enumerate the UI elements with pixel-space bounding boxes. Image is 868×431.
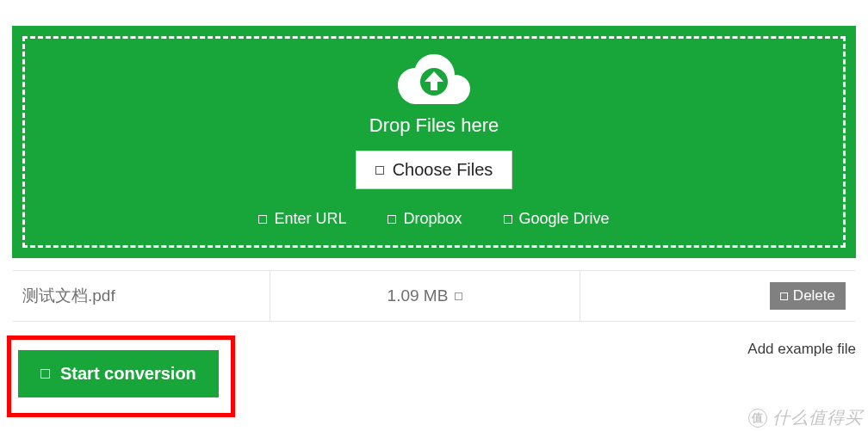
file-name: 测试文档.pdf	[12, 271, 270, 321]
source-links: Enter URL Dropbox Google Drive	[34, 210, 834, 228]
file-row: 测试文档.pdf 1.09 MB Delete	[12, 270, 856, 322]
file-actions: Delete	[580, 282, 856, 310]
close-icon	[780, 292, 788, 300]
dropbox-link[interactable]: Dropbox	[388, 210, 462, 228]
link-icon	[258, 215, 267, 224]
play-icon	[40, 369, 50, 379]
highlight-box: Start conversion	[7, 336, 235, 417]
file-icon	[375, 166, 384, 175]
start-label: Start conversion	[60, 364, 196, 384]
drop-zone-inner: Drop Files here Choose Files Enter URL D…	[22, 36, 846, 248]
watermark-badge: 值	[748, 409, 767, 428]
start-conversion-button[interactable]: Start conversion	[18, 350, 219, 397]
delete-button[interactable]: Delete	[770, 282, 846, 310]
drop-title: Drop Files here	[34, 114, 834, 137]
file-size-cell: 1.09 MB	[270, 271, 580, 321]
enter-url-link[interactable]: Enter URL	[258, 210, 346, 228]
bottom-row: Start conversion Add example file	[12, 336, 856, 417]
drop-zone[interactable]: Drop Files here Choose Files Enter URL D…	[12, 26, 856, 258]
watermark: 值 什么值得买	[748, 406, 863, 429]
dropbox-label: Dropbox	[403, 210, 462, 228]
google-drive-label: Google Drive	[519, 210, 610, 228]
cloud-upload-icon	[398, 54, 470, 108]
add-example-file-link[interactable]: Add example file	[747, 341, 856, 358]
choose-files-label: Choose Files	[393, 160, 493, 180]
enter-url-label: Enter URL	[274, 210, 346, 228]
watermark-text: 什么值得买	[772, 406, 863, 429]
delete-label: Delete	[793, 287, 835, 305]
choose-files-button[interactable]: Choose Files	[356, 151, 513, 189]
settings-icon[interactable]	[455, 292, 462, 300]
file-size: 1.09 MB	[388, 286, 449, 305]
dropbox-icon	[388, 215, 396, 224]
google-drive-icon	[504, 215, 512, 224]
google-drive-link[interactable]: Google Drive	[504, 210, 610, 228]
